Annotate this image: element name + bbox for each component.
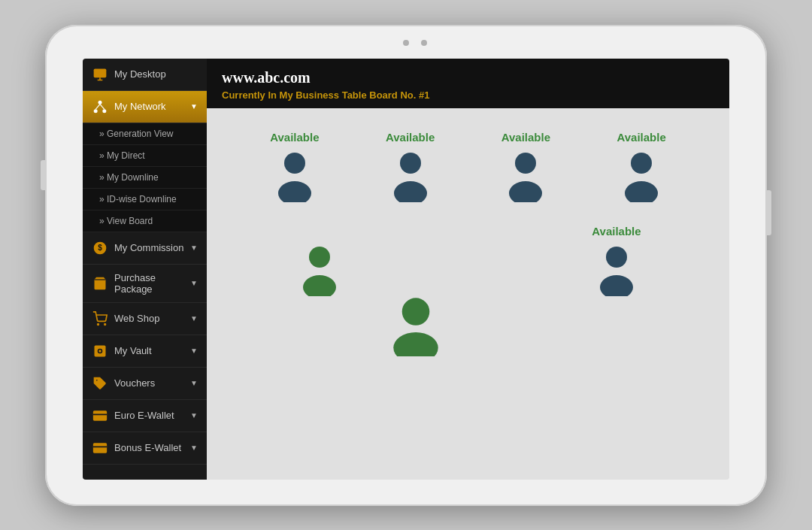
sidebar-item-bonus-ewallet[interactable]: Bonus E-Wallet ▼ [83, 432, 207, 465]
submenu-generation-view[interactable]: » Generation View [83, 123, 207, 145]
chevron-euro-ewallet-icon: ▼ [190, 411, 198, 419]
node-4[interactable]: Available [617, 131, 665, 202]
svg-point-4 [94, 109, 98, 113]
sidebar-item-label-vouchers: Vouchers [114, 377, 155, 389]
svg-point-34 [393, 332, 438, 356]
desktop-icon [92, 66, 108, 83]
node-7-person-icon [389, 296, 442, 356]
tablet-button-left [41, 160, 45, 190]
sidebar-item-label-euro-ewallet: Euro E-Wallet [114, 410, 174, 421]
chevron-network-icon: ▼ [190, 102, 198, 111]
network-icon [92, 98, 108, 115]
sidebar-item-label-my-network: My Network [114, 101, 166, 112]
node-1-label: Available [270, 131, 319, 144]
tablet-frame: My Desktop My Network ▼ » G [45, 25, 767, 506]
board-area: Available Available [207, 108, 729, 480]
sidebar-item-label-my-vault: My Vault [114, 345, 152, 356]
sidebar-item-label-my-commission: My Commission [114, 242, 183, 253]
svg-rect-0 [94, 68, 107, 77]
node-2[interactable]: Available [386, 131, 435, 202]
euro-ewallet-icon [92, 407, 108, 424]
node-3-person-icon [503, 150, 548, 202]
node-6-person-icon [594, 244, 639, 296]
svg-point-15 [98, 350, 101, 352]
node-5-green[interactable]: Available [295, 225, 344, 296]
vault-icon [92, 343, 108, 359]
svg-point-26 [509, 181, 542, 202]
top-row-nodes: Available Available [237, 131, 699, 202]
node-2-person-icon [388, 150, 433, 202]
node-1-person-icon [272, 150, 317, 202]
svg-point-11 [98, 323, 99, 325]
svg-text:$: $ [98, 244, 102, 252]
svg-point-22 [278, 181, 311, 202]
svg-line-6 [95, 104, 100, 109]
svg-rect-17 [93, 410, 107, 420]
chevron-vouchers-icon: ▼ [190, 379, 198, 387]
header-subtitle: Currently In My Business Table Board No.… [222, 89, 714, 101]
sidebar-item-vouchers[interactable]: Vouchers ▼ [83, 368, 207, 400]
node-6-label: Available [592, 225, 641, 238]
submenu-my-downline[interactable]: » My Downline [83, 167, 207, 189]
sidebar-item-label-web-shop: Web Shop [114, 313, 159, 324]
sidebar: My Desktop My Network ▼ » G [83, 59, 207, 480]
node-3-label: Available [501, 131, 550, 144]
node-1[interactable]: Available [270, 131, 319, 202]
node-2-label: Available [386, 131, 435, 144]
submenu-my-direct[interactable]: » My Direct [83, 145, 207, 167]
bottom-row-nodes [237, 304, 699, 356]
header: www.abc.com Currently In My Business Tab… [207, 59, 729, 108]
node-5-person-icon [297, 244, 342, 296]
svg-point-5 [102, 109, 106, 113]
svg-point-28 [625, 181, 658, 202]
sidebar-item-my-commission[interactable]: $ My Commission ▼ [83, 232, 207, 265]
svg-point-30 [303, 275, 336, 296]
svg-point-23 [400, 153, 421, 174]
tablet-button-right [767, 190, 771, 235]
purchase-icon [92, 275, 108, 292]
mid-row-nodes: Available Available [237, 225, 699, 296]
chevron-commission-icon: ▼ [190, 244, 198, 252]
svg-point-21 [284, 153, 305, 174]
svg-point-33 [401, 298, 429, 326]
vouchers-icon [92, 375, 108, 392]
chevron-vault-icon: ▼ [190, 347, 198, 355]
sidebar-item-my-desktop[interactable]: My Desktop [83, 59, 207, 91]
node-4-label: Available [617, 131, 665, 144]
sidebar-item-purchase-package[interactable]: Purchase Package ▼ [83, 265, 207, 303]
chevron-bonus-ewallet-icon: ▼ [190, 444, 198, 452]
svg-point-3 [98, 100, 102, 104]
submenu-view-board[interactable]: » View Board [83, 210, 207, 232]
submenu-id-downline[interactable]: » ID-wise Downline [83, 189, 207, 210]
screen: My Desktop My Network ▼ » G [83, 59, 729, 480]
node-7-green[interactable] [389, 296, 442, 356]
chevron-purchase-icon: ▼ [190, 279, 198, 287]
header-url: www.abc.com [222, 69, 714, 86]
svg-point-27 [631, 153, 652, 174]
svg-point-12 [105, 323, 106, 325]
webshop-icon [92, 310, 108, 327]
sidebar-item-web-shop[interactable]: Web Shop ▼ [83, 303, 207, 335]
network-submenu: » Generation View » My Direct » My Downl… [83, 123, 207, 232]
sidebar-item-label-my-desktop: My Desktop [114, 68, 166, 80]
node-3[interactable]: Available [501, 131, 550, 202]
svg-point-29 [309, 247, 330, 268]
svg-point-24 [394, 181, 427, 202]
svg-point-31 [606, 247, 627, 268]
svg-point-32 [600, 275, 633, 296]
sidebar-item-euro-ewallet[interactable]: Euro E-Wallet ▼ [83, 400, 207, 432]
sidebar-item-my-network[interactable]: My Network ▼ [83, 91, 207, 123]
commission-icon: $ [92, 240, 108, 256]
node-4-person-icon [619, 150, 664, 202]
bonus-ewallet-icon [92, 440, 108, 456]
node-6-available[interactable]: Available [592, 225, 641, 296]
sidebar-item-label-bonus-ewallet: Bonus E-Wallet [114, 442, 181, 453]
svg-point-25 [515, 153, 536, 174]
sidebar-item-label-purchase-package: Purchase Package [114, 272, 184, 295]
sidebar-item-my-vault[interactable]: My Vault ▼ [83, 335, 207, 368]
main-content: www.abc.com Currently In My Business Tab… [207, 59, 729, 480]
chevron-webshop-icon: ▼ [190, 314, 198, 323]
svg-line-7 [100, 104, 105, 109]
svg-rect-19 [93, 443, 107, 453]
